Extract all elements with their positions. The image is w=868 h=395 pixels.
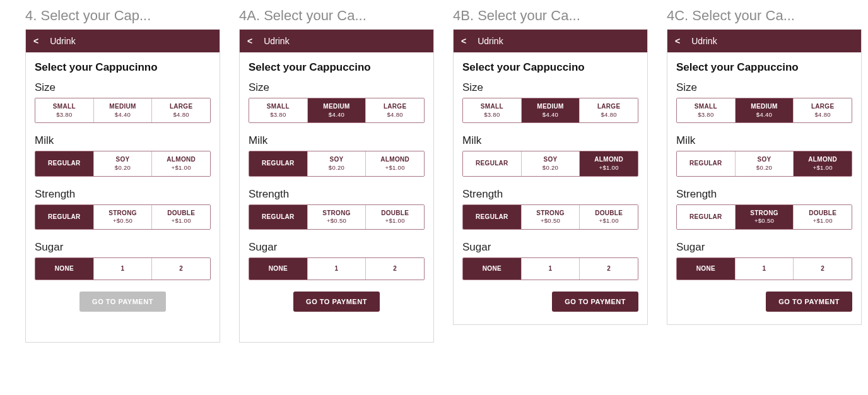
milk-option[interactable]: REGULAR <box>677 151 735 175</box>
sugar-option[interactable]: NONE <box>249 258 307 280</box>
go-to-payment-button[interactable]: GO TO PAYMENT <box>552 292 638 312</box>
size-option[interactable]: SMALL$3.80 <box>249 98 307 122</box>
strength-option[interactable]: STRONG+$0.50 <box>735 205 794 229</box>
option-price: $4.40 <box>115 111 131 119</box>
option-price: +$1.00 <box>385 164 405 172</box>
option-label: DOUBLE <box>381 209 409 218</box>
app-name: Udrink <box>478 36 503 46</box>
option-price: $3.80 <box>484 111 500 119</box>
size-option[interactable]: LARGE$4.80 <box>579 98 638 122</box>
design-frame: 4. Select your Cap...<UdrinkSelect your … <box>25 8 220 343</box>
milk-option[interactable]: SOY$0.20 <box>307 151 366 175</box>
option-label: SOY <box>757 156 771 164</box>
section-strength: StrengthREGULARSTRONG+$0.50DOUBLE+$1.00 <box>249 188 425 230</box>
option-label: ALMOND <box>594 156 623 164</box>
size-option[interactable]: SMALL$3.80 <box>35 98 93 122</box>
back-icon[interactable]: < <box>33 36 38 46</box>
strength-option[interactable]: REGULAR <box>35 205 93 229</box>
sugar-option[interactable]: 1 <box>735 258 794 280</box>
option-label: SOY <box>543 156 557 164</box>
milk-option[interactable]: REGULAR <box>463 151 521 175</box>
option-label: SMALL <box>481 103 503 111</box>
strength-option[interactable]: DOUBLE+$1.00 <box>579 205 638 229</box>
option-label: STRONG <box>750 209 778 218</box>
back-icon[interactable]: < <box>247 36 252 46</box>
option-label: MEDIUM <box>751 103 777 111</box>
size-option[interactable]: MEDIUM$4.40 <box>307 98 366 122</box>
option-label: ALMOND <box>808 156 837 164</box>
cta-row: GO TO PAYMENT <box>249 292 425 312</box>
strength-option[interactable]: DOUBLE+$1.00 <box>365 205 424 229</box>
option-label: DOUBLE <box>167 209 195 218</box>
cta-row: GO TO PAYMENT <box>35 292 211 312</box>
size-option[interactable]: LARGE$4.80 <box>151 98 210 122</box>
option-label: SOY <box>115 156 129 164</box>
sugar-label: Sugar <box>249 241 425 254</box>
size-option[interactable]: LARGE$4.80 <box>365 98 424 122</box>
phone-screen: <UdrinkSelect your CappuccinoSizeSMALL$3… <box>453 29 648 325</box>
size-option[interactable]: SMALL$3.80 <box>677 98 735 122</box>
sugar-option[interactable]: 1 <box>521 258 580 280</box>
size-option[interactable]: MEDIUM$4.40 <box>93 98 152 122</box>
strength-segmented-control: REGULARSTRONG+$0.50DOUBLE+$1.00 <box>249 204 425 230</box>
sugar-option[interactable]: NONE <box>463 258 521 280</box>
milk-option[interactable]: SOY$0.20 <box>521 151 580 175</box>
milk-option[interactable]: ALMOND+$1.00 <box>365 151 424 175</box>
option-label: REGULAR <box>262 213 295 221</box>
sugar-option[interactable]: 2 <box>365 258 424 280</box>
strength-option[interactable]: STRONG+$0.50 <box>307 205 366 229</box>
size-option[interactable]: MEDIUM$4.40 <box>735 98 794 122</box>
size-option[interactable]: LARGE$4.80 <box>793 98 852 122</box>
back-icon[interactable]: < <box>461 36 466 46</box>
milk-option[interactable]: SOY$0.20 <box>93 151 152 175</box>
option-label: 2 <box>179 265 183 273</box>
strength-label: Strength <box>249 188 425 201</box>
option-price: +$0.50 <box>541 217 560 225</box>
option-price: +$1.00 <box>813 217 833 225</box>
milk-option[interactable]: SOY$0.20 <box>735 151 794 175</box>
milk-option[interactable]: REGULAR <box>35 151 93 175</box>
size-option[interactable]: MEDIUM$4.40 <box>521 98 580 122</box>
sugar-option[interactable]: NONE <box>677 258 735 280</box>
section-size: SizeSMALL$3.80MEDIUM$4.40LARGE$4.80 <box>676 81 852 123</box>
option-label: 2 <box>393 265 397 273</box>
size-segmented-control: SMALL$3.80MEDIUM$4.40LARGE$4.80 <box>35 98 211 123</box>
option-price: $4.80 <box>601 111 617 119</box>
milk-option[interactable]: REGULAR <box>249 151 307 175</box>
back-icon[interactable]: < <box>675 36 680 46</box>
strength-option[interactable]: STRONG+$0.50 <box>93 205 152 229</box>
strength-option[interactable]: REGULAR <box>249 205 307 229</box>
option-label: REGULAR <box>476 160 508 168</box>
go-to-payment-button[interactable]: GO TO PAYMENT <box>766 292 852 312</box>
sugar-option[interactable]: NONE <box>35 258 93 280</box>
sugar-option[interactable]: 2 <box>579 258 638 280</box>
section-strength: StrengthREGULARSTRONG+$0.50DOUBLE+$1.00 <box>676 188 852 230</box>
strength-option[interactable]: DOUBLE+$1.00 <box>793 205 852 229</box>
option-label: LARGE <box>811 103 835 111</box>
app-bar: <Udrink <box>454 30 647 52</box>
option-price: +$1.00 <box>599 164 619 172</box>
milk-option[interactable]: ALMOND+$1.00 <box>151 151 210 175</box>
option-price: $4.40 <box>329 111 344 119</box>
sugar-option[interactable]: 2 <box>151 258 210 280</box>
frame-title: 4. Select your Cap... <box>25 8 220 24</box>
option-label: STRONG <box>536 209 565 218</box>
option-price: $0.20 <box>115 164 131 172</box>
strength-option[interactable]: DOUBLE+$1.00 <box>151 205 210 229</box>
sugar-option[interactable]: 1 <box>93 258 152 280</box>
sugar-option[interactable]: 2 <box>793 258 852 280</box>
option-price: +$1.00 <box>385 217 405 225</box>
strength-option[interactable]: STRONG+$0.50 <box>521 205 580 229</box>
size-label: Size <box>249 81 425 94</box>
size-option[interactable]: SMALL$3.80 <box>463 98 521 122</box>
section-milk: MilkREGULARSOY$0.20ALMOND+$1.00 <box>35 134 211 176</box>
app-name: Udrink <box>691 36 717 46</box>
milk-label: Milk <box>676 134 852 147</box>
strength-option[interactable]: REGULAR <box>463 205 521 229</box>
size-label: Size <box>676 81 852 94</box>
sugar-option[interactable]: 1 <box>307 258 366 280</box>
strength-option[interactable]: REGULAR <box>677 205 735 229</box>
milk-option[interactable]: ALMOND+$1.00 <box>793 151 852 175</box>
go-to-payment-button[interactable]: GO TO PAYMENT <box>293 292 380 312</box>
milk-option[interactable]: ALMOND+$1.00 <box>579 151 638 175</box>
